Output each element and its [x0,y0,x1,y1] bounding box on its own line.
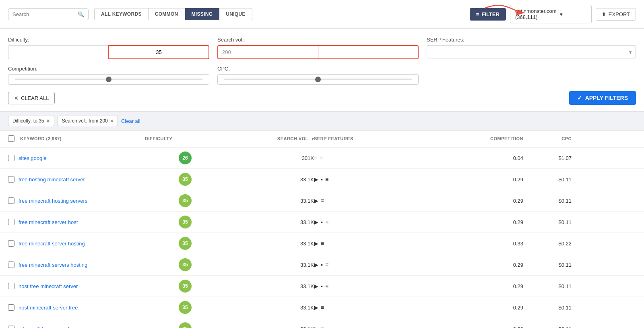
table-row: sites.google 26 301K ≡≡ 0.04 $1.07 [0,147,644,169]
cell-cpc-1: $0.11 [523,176,572,183]
list-icon: ≡ [314,155,317,161]
cell-keyword: sites.google [8,155,145,161]
competition-slider-thumb[interactable] [106,77,111,82]
row-checkbox-3[interactable] [8,219,14,225]
th-keyword: KEYWORD (2,987) [8,135,145,142]
cpc-slider-thumb[interactable] [315,77,321,82]
cell-search-vol-6: 33.1K [225,283,314,289]
search-vol-value-4: 33.1K [300,241,314,247]
table-header: KEYWORD (2,987) DIFFICULTY SEARCH VOL. ▾… [0,131,644,147]
filter-button[interactable]: ≡ FILTER [470,8,506,21]
apply-filters-button[interactable]: ✓ APPLY FILTERS [569,91,636,105]
th-keyword-label: KEYWORD (2,987) [20,136,62,141]
clear-all-button[interactable]: ✕ CLEAR ALL [8,92,55,104]
image-icon: ▪ [321,262,323,268]
filter-tags-bar: Difficulty: to 35 × Search vol.: from 20… [0,112,644,131]
cell-serp-7: ▶≡ [314,304,427,311]
keyword-link-5[interactable]: free minecraft servers hosting [19,262,87,268]
cpc-slider-track [224,79,412,80]
clear-all-link[interactable]: Clear all [121,118,140,124]
keyword-link-1[interactable]: free hosting minecraft server [19,176,85,183]
cell-difficulty-2: 35 [145,194,225,207]
serp-icons-5: ▶▪≡ [314,262,328,268]
row-checkbox-5[interactable] [8,262,14,268]
row-checkbox-2[interactable] [8,197,14,204]
domain-selector[interactable]: optinmonster.com (368,111) ▾ [510,5,592,23]
serp-icons-0: ≡≡ [314,155,323,161]
keyword-link-7[interactable]: host minecraft server free [19,305,78,311]
th-serp: SERP FEATURES [314,135,427,142]
remove-difficulty-filter[interactable]: × [46,118,50,124]
cpc-value-8: $0.11 [558,326,572,328]
keyword-link-6[interactable]: host free minecraft server [19,283,78,289]
difficulty-badge-0: 26 [179,152,192,164]
difficulty-min-input[interactable] [8,45,108,59]
competition-value-3: 0.29 [513,219,523,225]
row-checkbox-0[interactable] [8,155,14,161]
cell-cpc-7: $0.11 [523,305,572,311]
serp-icons-8: ▶≡ [314,326,324,328]
tab-unique[interactable]: UNIQUE [219,8,252,20]
tab-missing[interactable]: MISSING [185,8,220,20]
cell-competition-5: 0.29 [427,262,523,268]
keyword-link-0[interactable]: sites.google [19,155,46,161]
th-competition: COMPETITION [427,135,523,142]
cell-keyword: free hosting minecraft server [8,176,145,183]
competition-value-8: 0.29 [513,326,523,328]
table-row: free minecraft servers hosting 35 33.1K … [0,254,644,276]
competition-value-5: 0.29 [513,262,523,268]
keyword-link-8[interactable]: minecraft free server host [19,326,78,328]
serp-select[interactable]: Video Images Featured Snippet [427,45,636,58]
cell-cpc-6: $0.11 [523,283,572,289]
row-checkbox-7[interactable] [8,304,14,311]
keyword-link-2[interactable]: free minecraft hosting servers [19,198,87,204]
right-controls: ≡ FILTER optinmonster.com (368,111) ▾ ⬆ … [470,5,636,23]
row-checkbox-8[interactable] [8,326,14,328]
search-vol-min-input[interactable] [218,46,318,58]
list-icon: ≡ [321,304,324,311]
keyword-link-3[interactable]: free minecraft server host [19,219,78,225]
difficulty-max-input[interactable] [108,45,209,59]
row-checkbox-4[interactable] [8,240,14,247]
select-all-checkbox[interactable] [8,135,14,142]
export-button[interactable]: ⬆ EXPORT [596,8,636,21]
image-icon: ▪ [321,219,323,225]
table-container: KEYWORD (2,987) DIFFICULTY SEARCH VOL. ▾… [0,131,644,328]
tab-common[interactable]: COMMON [149,8,185,20]
cell-competition-1: 0.29 [427,176,523,183]
search-box[interactable]: 🔍 [8,8,89,20]
table-row: free minecraft hosting servers 35 33.1K … [0,190,644,212]
keyword-link-4[interactable]: free minecraft server hosting [19,241,85,247]
search-vol-max-input[interactable] [318,46,418,58]
filter-tag-search-vol: Search vol.: from 200 × [58,116,118,126]
video-icon: ▶ [314,240,318,247]
search-input[interactable] [12,11,78,17]
image-icon: ▪ [321,283,323,289]
table-row: free minecraft server hosting 35 33.1K ▶… [0,233,644,254]
difficulty-badge-8: 35 [179,322,192,328]
th-serp-label: SERP FEATURES [314,136,353,141]
cell-serp-2: ▶≡ [314,197,427,204]
search-vol-range [217,45,419,59]
serp-icons-3: ▶▪≡ [314,219,328,225]
tab-all-keywords[interactable]: ALL KEYWORDS [94,8,149,20]
difficulty-range [8,45,209,59]
cell-keyword: free minecraft hosting servers [8,197,145,204]
difficulty-label: Difficulty: [8,37,209,43]
cell-search-vol-4: 33.1K [225,241,314,247]
difficulty-badge-7: 35 [179,301,192,314]
cell-keyword: free minecraft servers hosting [8,262,145,268]
row-checkbox-1[interactable] [8,176,14,183]
row-checkbox-6[interactable] [8,283,14,289]
serp-icons-6: ▶▪≡ [314,283,328,289]
serp-select-wrapper: Video Images Featured Snippet [427,45,636,58]
table-row: host free minecraft server 35 33.1K ▶▪≡ … [0,276,644,297]
table-row: host minecraft server free 35 33.1K ▶≡ 0… [0,297,644,318]
remove-search-vol-filter[interactable]: × [110,118,114,124]
difficulty-badge-2: 35 [179,194,192,207]
th-search-vol[interactable]: SEARCH VOL. ▾ [225,135,314,142]
cell-cpc-8: $0.11 [523,326,572,328]
difficulty-badge-5: 35 [179,258,192,271]
cell-competition-8: 0.29 [427,326,523,328]
video-icon: ▶ [314,304,318,311]
